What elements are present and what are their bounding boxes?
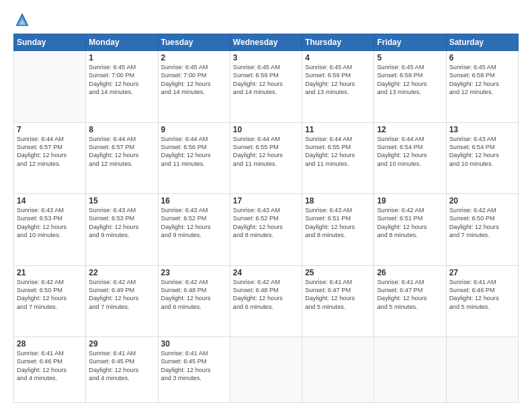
day-number: 7	[17, 125, 83, 134]
cell-info: Sunrise: 6:42 AMSunset: 6:50 PMDaylight:…	[449, 206, 515, 240]
calendar-cell: 22Sunrise: 6:42 AMSunset: 6:49 PMDayligh…	[86, 265, 158, 337]
cell-info: Sunrise: 6:43 AMSunset: 6:53 PMDaylight:…	[17, 206, 83, 240]
calendar-cell: 8Sunrise: 6:44 AMSunset: 6:57 PMDaylight…	[86, 122, 158, 194]
day-number: 18	[305, 196, 371, 205]
calendar-cell: 17Sunrise: 6:43 AMSunset: 6:52 PMDayligh…	[230, 194, 302, 266]
calendar-header-sunday: Sunday	[14, 34, 86, 51]
cell-info: Sunrise: 6:41 AMSunset: 6:47 PMDaylight:…	[377, 278, 443, 312]
day-number: 14	[17, 196, 83, 205]
day-number: 5	[377, 53, 443, 62]
calendar-header-monday: Monday	[86, 34, 158, 51]
calendar-cell: 11Sunrise: 6:44 AMSunset: 6:55 PMDayligh…	[302, 122, 374, 194]
day-number: 9	[161, 125, 227, 134]
day-number: 11	[305, 125, 371, 134]
day-number: 12	[377, 125, 443, 134]
day-number: 28	[17, 339, 83, 349]
calendar-cell: 4Sunrise: 6:45 AMSunset: 6:59 PMDaylight…	[302, 51, 374, 123]
cell-info: Sunrise: 6:43 AMSunset: 6:52 PMDaylight:…	[161, 206, 227, 240]
cell-info: Sunrise: 6:44 AMSunset: 6:54 PMDaylight:…	[377, 135, 443, 169]
cell-info: Sunrise: 6:42 AMSunset: 6:48 PMDaylight:…	[233, 278, 299, 312]
cell-info: Sunrise: 6:41 AMSunset: 6:46 PMDaylight:…	[449, 278, 515, 312]
cell-info: Sunrise: 6:45 AMSunset: 6:58 PMDaylight:…	[449, 63, 515, 97]
cell-info: Sunrise: 6:45 AMSunset: 6:58 PMDaylight:…	[377, 63, 443, 97]
calendar-cell: 2Sunrise: 6:45 AMSunset: 7:00 PMDaylight…	[158, 51, 230, 123]
calendar-cell: 3Sunrise: 6:45 AMSunset: 6:59 PMDaylight…	[230, 51, 302, 123]
calendar-cell: 30Sunrise: 6:41 AMSunset: 6:45 PMDayligh…	[158, 337, 230, 403]
cell-info: Sunrise: 6:44 AMSunset: 6:57 PMDaylight:…	[89, 135, 154, 169]
cell-info: Sunrise: 6:41 AMSunset: 6:47 PMDaylight:…	[305, 278, 371, 312]
day-number: 22	[89, 268, 154, 277]
calendar-cell: 26Sunrise: 6:41 AMSunset: 6:47 PMDayligh…	[374, 265, 446, 337]
day-number: 30	[161, 339, 227, 349]
cell-info: Sunrise: 6:41 AMSunset: 6:45 PMDaylight:…	[89, 349, 154, 383]
calendar-cell: 23Sunrise: 6:42 AMSunset: 6:48 PMDayligh…	[158, 265, 230, 337]
calendar-header-saturday: Saturday	[446, 34, 518, 51]
cell-info: Sunrise: 6:42 AMSunset: 6:49 PMDaylight:…	[89, 278, 154, 312]
calendar-cell	[302, 337, 374, 403]
day-number: 25	[305, 268, 371, 277]
cell-info: Sunrise: 6:45 AMSunset: 6:59 PMDaylight:…	[305, 63, 371, 97]
calendar-header-row: SundayMondayTuesdayWednesdayThursdayFrid…	[14, 34, 519, 51]
calendar-cell: 16Sunrise: 6:43 AMSunset: 6:52 PMDayligh…	[158, 194, 230, 266]
day-number: 16	[161, 196, 227, 205]
logo-icon	[15, 12, 30, 27]
day-number: 15	[89, 196, 154, 205]
calendar-header-friday: Friday	[374, 34, 446, 51]
calendar-cell: 19Sunrise: 6:42 AMSunset: 6:51 PMDayligh…	[374, 194, 446, 266]
day-number: 26	[377, 268, 443, 277]
cell-info: Sunrise: 6:44 AMSunset: 6:55 PMDaylight:…	[305, 135, 371, 169]
calendar-cell: 20Sunrise: 6:42 AMSunset: 6:50 PMDayligh…	[446, 194, 518, 266]
day-number: 19	[377, 196, 443, 205]
calendar-cell: 18Sunrise: 6:43 AMSunset: 6:51 PMDayligh…	[302, 194, 374, 266]
calendar-cell	[230, 337, 302, 403]
cell-info: Sunrise: 6:45 AMSunset: 6:59 PMDaylight:…	[233, 63, 299, 97]
header	[13, 12, 519, 27]
day-number: 10	[233, 125, 299, 134]
day-number: 24	[233, 268, 299, 277]
cell-info: Sunrise: 6:41 AMSunset: 6:46 PMDaylight:…	[17, 349, 83, 383]
calendar-cell: 12Sunrise: 6:44 AMSunset: 6:54 PMDayligh…	[374, 122, 446, 194]
cell-info: Sunrise: 6:43 AMSunset: 6:52 PMDaylight:…	[233, 206, 299, 240]
day-number: 4	[305, 53, 371, 62]
day-number: 8	[89, 125, 154, 134]
cell-info: Sunrise: 6:43 AMSunset: 6:53 PMDaylight:…	[89, 206, 154, 240]
calendar-cell: 28Sunrise: 6:41 AMSunset: 6:46 PMDayligh…	[14, 337, 86, 403]
calendar-cell: 29Sunrise: 6:41 AMSunset: 6:45 PMDayligh…	[86, 337, 158, 403]
cell-info: Sunrise: 6:44 AMSunset: 6:57 PMDaylight:…	[17, 135, 83, 169]
calendar-cell: 24Sunrise: 6:42 AMSunset: 6:48 PMDayligh…	[230, 265, 302, 337]
cell-info: Sunrise: 6:45 AMSunset: 7:00 PMDaylight:…	[89, 63, 154, 97]
calendar-cell	[374, 337, 446, 403]
day-number: 13	[449, 125, 515, 134]
logo	[13, 12, 32, 27]
calendar-cell: 15Sunrise: 6:43 AMSunset: 6:53 PMDayligh…	[86, 194, 158, 266]
calendar-cell	[14, 51, 86, 123]
calendar-cell: 13Sunrise: 6:43 AMSunset: 6:54 PMDayligh…	[446, 122, 518, 194]
calendar-cell: 1Sunrise: 6:45 AMSunset: 7:00 PMDaylight…	[86, 51, 158, 123]
calendar-cell: 14Sunrise: 6:43 AMSunset: 6:53 PMDayligh…	[14, 194, 86, 266]
cell-info: Sunrise: 6:45 AMSunset: 7:00 PMDaylight:…	[161, 63, 227, 97]
calendar-cell	[446, 337, 518, 403]
day-number: 21	[17, 268, 83, 277]
calendar-cell: 21Sunrise: 6:42 AMSunset: 6:50 PMDayligh…	[14, 265, 86, 337]
calendar-header-thursday: Thursday	[302, 34, 374, 51]
calendar-cell: 9Sunrise: 6:44 AMSunset: 6:56 PMDaylight…	[158, 122, 230, 194]
calendar-cell: 27Sunrise: 6:41 AMSunset: 6:46 PMDayligh…	[446, 265, 518, 337]
calendar-cell: 10Sunrise: 6:44 AMSunset: 6:55 PMDayligh…	[230, 122, 302, 194]
page: SundayMondayTuesdayWednesdayThursdayFrid…	[0, 0, 532, 411]
day-number: 6	[449, 53, 515, 62]
cell-info: Sunrise: 6:44 AMSunset: 6:55 PMDaylight:…	[233, 135, 299, 169]
day-number: 3	[233, 53, 299, 62]
day-number: 17	[233, 196, 299, 205]
cell-info: Sunrise: 6:42 AMSunset: 6:48 PMDaylight:…	[161, 278, 227, 312]
calendar-cell: 25Sunrise: 6:41 AMSunset: 6:47 PMDayligh…	[302, 265, 374, 337]
day-number: 27	[449, 268, 515, 277]
cell-info: Sunrise: 6:42 AMSunset: 6:51 PMDaylight:…	[377, 206, 443, 240]
calendar-cell: 5Sunrise: 6:45 AMSunset: 6:58 PMDaylight…	[374, 51, 446, 123]
day-number: 23	[161, 268, 227, 277]
cell-info: Sunrise: 6:43 AMSunset: 6:54 PMDaylight:…	[449, 135, 515, 169]
cell-info: Sunrise: 6:42 AMSunset: 6:50 PMDaylight:…	[17, 278, 83, 312]
day-number: 2	[161, 53, 227, 62]
cell-info: Sunrise: 6:43 AMSunset: 6:51 PMDaylight:…	[305, 206, 371, 240]
calendar-header-wednesday: Wednesday	[230, 34, 302, 51]
cell-info: Sunrise: 6:41 AMSunset: 6:45 PMDaylight:…	[161, 349, 227, 383]
